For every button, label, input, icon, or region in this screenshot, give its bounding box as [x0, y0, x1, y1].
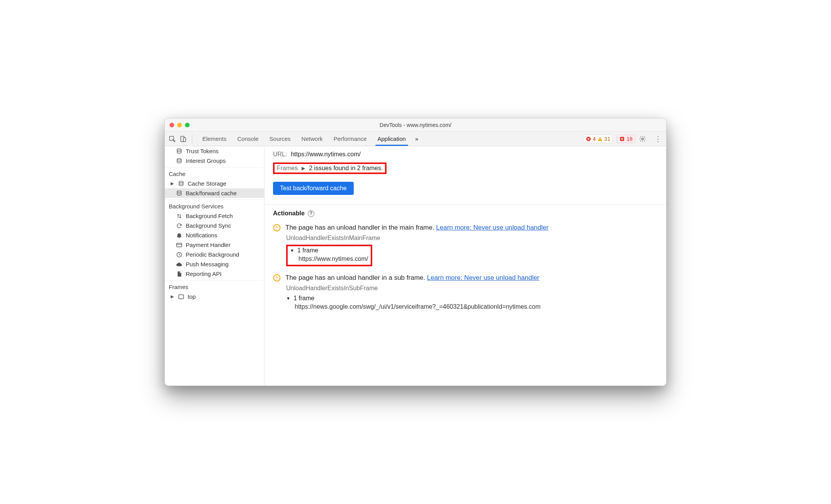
toolbar-right: 4 31 18 ⋮ — [583, 135, 663, 143]
expand-caret-icon[interactable]: ▶ — [170, 181, 174, 186]
issue-frame-header[interactable]: ▼ 1 frame — [286, 295, 658, 302]
warning-icon — [597, 136, 603, 142]
more-tabs-button[interactable]: » — [411, 132, 422, 146]
url-value: https://www.nytimes.com/ — [291, 151, 361, 158]
sidebar-item-frame-top[interactable]: ▶ top — [165, 292, 264, 301]
issue-frame-url: https://www.nytimes.com/ — [290, 254, 368, 263]
svg-rect-4 — [600, 138, 600, 140]
errors-warnings-chip[interactable]: 4 31 — [583, 135, 613, 143]
sidebar-item-label: Payment Handler — [186, 242, 231, 248]
sidebar-item-periodic-background[interactable]: Periodic Background — [165, 250, 264, 259]
svg-rect-20 — [276, 279, 277, 280]
sync-icon — [176, 222, 182, 229]
panel-body: Trust Tokens Interest Groups Cache ▶ Cac… — [165, 146, 666, 386]
tab-sources[interactable]: Sources — [264, 132, 296, 146]
actionable-header: Actionable ? — [265, 208, 666, 222]
expand-caret-icon[interactable]: ▶ — [302, 166, 305, 171]
sidebar-item-label: Periodic Background — [186, 251, 239, 258]
sidebar-item-bfcache[interactable]: Back/forward cache — [165, 188, 264, 198]
issues-icon — [619, 136, 625, 142]
issue-frame-highlight: ▼ 1 frame https://www.nytimes.com/ — [286, 245, 372, 266]
svg-rect-12 — [176, 243, 181, 247]
issue-frame-header[interactable]: ▼ 1 frame — [290, 247, 368, 254]
svg-rect-14 — [179, 294, 183, 299]
inspect-element-icon[interactable] — [168, 135, 176, 143]
sidebar-item-background-sync[interactable]: Background Sync — [165, 221, 264, 230]
settings-icon[interactable] — [639, 135, 649, 142]
database-icon — [176, 148, 182, 154]
issue-frame-count: 1 frame — [297, 247, 318, 254]
sidebar-item-label: Background Fetch — [186, 213, 233, 219]
tab-elements[interactable]: Elements — [197, 132, 232, 146]
database-icon — [176, 157, 182, 164]
sidebar-item-reporting-api[interactable]: Reporting API — [165, 269, 264, 279]
toolbar-separator — [192, 135, 192, 143]
sidebar-item-label: Background Sync — [186, 222, 231, 229]
help-icon[interactable]: ? — [308, 210, 314, 217]
svg-rect-17 — [276, 229, 277, 230]
svg-point-8 — [177, 149, 181, 150]
sidebar-item-background-fetch[interactable]: Background Fetch — [165, 211, 264, 221]
issue-code: UnloadHandlerExistsInMainFrame — [273, 232, 658, 244]
sidebar-item-label: Cache Storage — [188, 180, 226, 187]
database-icon — [176, 190, 182, 196]
svg-point-9 — [177, 158, 181, 160]
devtools-toolbar: Elements Console Sources Network Perform… — [165, 132, 666, 146]
bfcache-issue: The page has an unload handler in a sub … — [265, 272, 666, 316]
panel-tabs: Elements Console Sources Network Perform… — [197, 132, 422, 146]
bfcache-issue: The page has an unload handler in the ma… — [265, 222, 666, 272]
titlebar: DevTools - www.nytimes.com/ — [165, 118, 666, 132]
issue-frame-url: https://news.google.com/swg/_/ui/v1/serv… — [286, 302, 658, 311]
svg-rect-5 — [600, 140, 600, 140]
sidebar-item-label: Interest Groups — [186, 157, 226, 164]
clock-icon — [176, 251, 182, 258]
frame-icon — [178, 293, 184, 300]
window-title: DevTools - www.nytimes.com/ — [165, 122, 666, 128]
sidebar-item-payment-handler[interactable]: Payment Handler — [165, 240, 264, 250]
svg-rect-19 — [276, 276, 277, 279]
sidebar-section-cache: Cache — [165, 167, 264, 179]
errors-count: 4 — [593, 136, 596, 142]
sidebar-section-frames: Frames — [165, 280, 264, 292]
sidebar-item-label: top — [188, 293, 196, 300]
sidebar-item-label: Reporting API — [186, 271, 222, 277]
frames-summary-highlight: Frames ▶ 2 issues found in 2 frames. — [273, 162, 387, 174]
learn-more-link[interactable]: Learn more: Never use unload handler — [436, 224, 548, 231]
frames-label: Frames — [277, 165, 298, 172]
issues-count: 18 — [626, 136, 633, 142]
cloud-icon — [176, 261, 182, 267]
tab-console[interactable]: Console — [232, 132, 264, 146]
divider — [265, 204, 666, 205]
sidebar-item-trust-tokens[interactable]: Trust Tokens — [165, 146, 264, 156]
collapse-caret-icon[interactable]: ▼ — [290, 248, 294, 253]
tab-network[interactable]: Network — [296, 132, 328, 146]
devtools-window: DevTools - www.nytimes.com/ Elements Con… — [165, 118, 666, 386]
sidebar-item-label: Push Messaging — [186, 261, 229, 267]
sidebar-item-notifications[interactable]: Notifications — [165, 230, 264, 240]
bfcache-panel: URL: https://www.nytimes.com/ Frames ▶ 2… — [265, 146, 666, 386]
issue-text: The page has an unload handler in the ma… — [285, 223, 548, 232]
issues-chip[interactable]: 18 — [617, 135, 635, 143]
issue-line: The page has an unload handler in a sub … — [273, 273, 658, 282]
warning-circle-icon — [273, 224, 281, 232]
url-row: URL: https://www.nytimes.com/ — [265, 149, 666, 160]
device-toolbar-icon[interactable] — [179, 135, 187, 143]
tab-performance[interactable]: Performance — [328, 132, 372, 146]
sidebar-item-cache-storage[interactable]: ▶ Cache Storage — [165, 179, 264, 188]
document-icon — [176, 271, 182, 277]
expand-caret-icon[interactable]: ▶ — [170, 294, 174, 299]
sidebar-item-interest-groups[interactable]: Interest Groups — [165, 156, 264, 166]
sidebar-item-push-messaging[interactable]: Push Messaging — [165, 259, 264, 269]
application-sidebar[interactable]: Trust Tokens Interest Groups Cache ▶ Cac… — [165, 146, 265, 386]
sidebar-item-label: Trust Tokens — [186, 148, 219, 154]
svg-rect-2 — [183, 138, 186, 142]
collapse-caret-icon[interactable]: ▼ — [286, 296, 290, 301]
warning-circle-icon — [273, 274, 281, 282]
frames-summary-text: 2 issues found in 2 frames. — [309, 165, 383, 172]
sidebar-item-label: Back/forward cache — [186, 190, 237, 196]
more-options-icon[interactable]: ⋮ — [653, 135, 663, 142]
tab-application[interactable]: Application — [372, 132, 411, 146]
learn-more-link[interactable]: Learn more: Never use unload handler — [427, 274, 539, 281]
test-bfcache-button[interactable]: Test back/forward cache — [273, 182, 354, 195]
url-label: URL: — [273, 151, 287, 158]
